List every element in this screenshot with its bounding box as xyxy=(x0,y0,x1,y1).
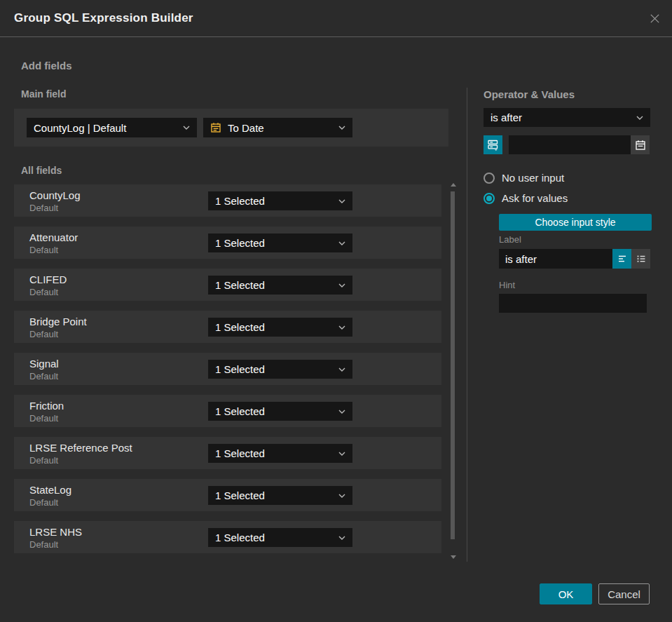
date-field-select[interactable]: To Date xyxy=(203,118,352,137)
field-selection-value: 1 Selected xyxy=(215,447,265,459)
all-fields-label: All fields xyxy=(21,165,62,176)
field-row: Signal Default 1 Selected xyxy=(14,353,441,385)
panel-divider xyxy=(467,88,467,562)
field-name: CLIFED xyxy=(29,273,67,285)
add-fields-heading: Add fields xyxy=(21,60,72,72)
chevron-down-icon xyxy=(338,410,345,414)
chevron-down-icon xyxy=(338,367,345,372)
radio-label: No user input xyxy=(502,172,564,184)
field-source: Default xyxy=(29,413,58,424)
field-row: Attenuator Default 1 Selected xyxy=(14,227,441,259)
field-row: CLIFED Default 1 Selected xyxy=(14,269,441,301)
hint-input[interactable] xyxy=(499,294,647,313)
stacked-rows-icon xyxy=(487,139,499,151)
scroll-up-arrow-icon[interactable] xyxy=(451,183,456,187)
field-name: CountyLog xyxy=(29,189,81,201)
operator-values-heading: Operator & Values xyxy=(484,88,575,100)
date-picker-button[interactable] xyxy=(631,135,650,154)
chevron-down-icon xyxy=(338,283,345,288)
field-name: Signal xyxy=(29,358,59,370)
field-selection-value: 1 Selected xyxy=(215,321,265,333)
single-input-style-button[interactable] xyxy=(612,249,631,269)
choose-input-style-button[interactable]: Choose input style xyxy=(499,214,652,231)
field-selection-dropdown[interactable]: 1 Selected xyxy=(208,528,352,547)
chevron-down-icon xyxy=(636,116,643,120)
group-sql-expression-builder-dialog: Group SQL Expression Builder Add fields … xyxy=(0,0,672,622)
radio-circle-icon xyxy=(484,193,495,204)
align-left-icon xyxy=(617,254,627,264)
field-selection-value: 1 Selected xyxy=(215,405,265,417)
field-selection-value: 1 Selected xyxy=(215,279,265,291)
main-field-bar: CountyLog | Default To Date xyxy=(14,109,448,147)
field-selection-value: 1 Selected xyxy=(215,195,265,207)
dialog-title: Group SQL Expression Builder xyxy=(14,0,193,36)
chevron-down-icon xyxy=(338,241,345,245)
main-field-select-value: CountyLog | Default xyxy=(34,122,126,134)
field-source: Default xyxy=(29,287,58,297)
chevron-down-icon xyxy=(338,325,345,330)
main-field-select[interactable]: CountyLog | Default xyxy=(27,118,197,137)
bulleted-list-icon xyxy=(636,254,646,264)
scrollbar-thumb[interactable] xyxy=(451,191,455,539)
field-source: Default xyxy=(29,539,58,550)
operator-select[interactable]: is after xyxy=(484,108,650,127)
field-source: Default xyxy=(29,455,58,466)
field-selection-dropdown[interactable]: 1 Selected xyxy=(208,444,352,463)
list-input-style-button[interactable] xyxy=(631,249,650,269)
field-name: LRSE NHS xyxy=(29,526,82,538)
fields-list-scrollbar[interactable] xyxy=(449,181,457,561)
date-field-select-value: To Date xyxy=(228,122,264,134)
chevron-down-icon xyxy=(338,199,345,203)
field-source: Default xyxy=(29,203,58,213)
field-row: LRSE Reference Post Default 1 Selected xyxy=(14,437,441,469)
radio-label: Ask for values xyxy=(502,192,568,204)
field-selection-dropdown[interactable]: 1 Selected xyxy=(208,486,352,505)
field-source: Default xyxy=(29,497,58,508)
field-selection-value: 1 Selected xyxy=(215,532,265,543)
field-row: Friction Default 1 Selected xyxy=(14,395,441,427)
field-selection-dropdown[interactable]: 1 Selected xyxy=(208,276,352,295)
field-name: LRSE Reference Post xyxy=(29,442,132,454)
field-name: StateLog xyxy=(29,484,71,496)
all-fields-list: CountyLog Default 1 Selected Attenuator … xyxy=(14,184,441,563)
radio-circle-icon xyxy=(484,173,495,184)
chevron-down-icon xyxy=(183,126,190,130)
calendar-icon xyxy=(210,122,221,133)
calendar-icon xyxy=(635,140,646,151)
field-source: Default xyxy=(29,245,58,255)
field-selection-dropdown[interactable]: 1 Selected xyxy=(208,318,352,337)
chevron-down-icon xyxy=(338,126,345,130)
main-field-label: Main field xyxy=(21,88,67,100)
field-selection-value: 1 Selected xyxy=(215,237,265,249)
field-name: Bridge Point xyxy=(29,316,87,327)
field-row: StateLog Default 1 Selected xyxy=(14,479,441,511)
field-source: Default xyxy=(29,329,58,339)
field-source: Default xyxy=(29,371,58,381)
chevron-down-icon xyxy=(338,452,345,456)
field-row: Bridge Point Default 1 Selected xyxy=(14,311,441,343)
operator-select-value: is after xyxy=(491,111,522,123)
chevron-down-icon xyxy=(338,494,345,498)
field-selection-value: 1 Selected xyxy=(215,363,265,375)
field-name: Attenuator xyxy=(29,231,78,243)
field-selection-dropdown[interactable]: 1 Selected xyxy=(208,191,352,210)
label-input[interactable] xyxy=(499,249,612,269)
field-name: Friction xyxy=(29,400,64,412)
field-row: LRSE NHS Default 1 Selected xyxy=(14,521,441,553)
field-selection-value: 1 Selected xyxy=(215,489,265,501)
field-selection-dropdown[interactable]: 1 Selected xyxy=(208,234,352,252)
scroll-down-arrow-icon[interactable] xyxy=(451,555,456,559)
value-source-button[interactable] xyxy=(484,135,502,154)
chevron-down-icon xyxy=(338,536,345,540)
operator-values-panel: Operator & Values is after xyxy=(484,0,652,622)
cancel-button[interactable]: Cancel xyxy=(598,583,650,604)
field-row: CountyLog Default 1 Selected xyxy=(14,184,441,217)
field-selection-dropdown[interactable]: 1 Selected xyxy=(208,402,352,421)
value-input[interactable] xyxy=(509,135,631,154)
radio-no-user-input[interactable]: No user input xyxy=(484,172,564,184)
radio-ask-for-values[interactable]: Ask for values xyxy=(484,192,568,204)
ok-button[interactable]: OK xyxy=(540,583,592,604)
label-field-label: Label xyxy=(499,234,521,245)
hint-field-label: Hint xyxy=(499,280,515,290)
field-selection-dropdown[interactable]: 1 Selected xyxy=(208,360,352,379)
